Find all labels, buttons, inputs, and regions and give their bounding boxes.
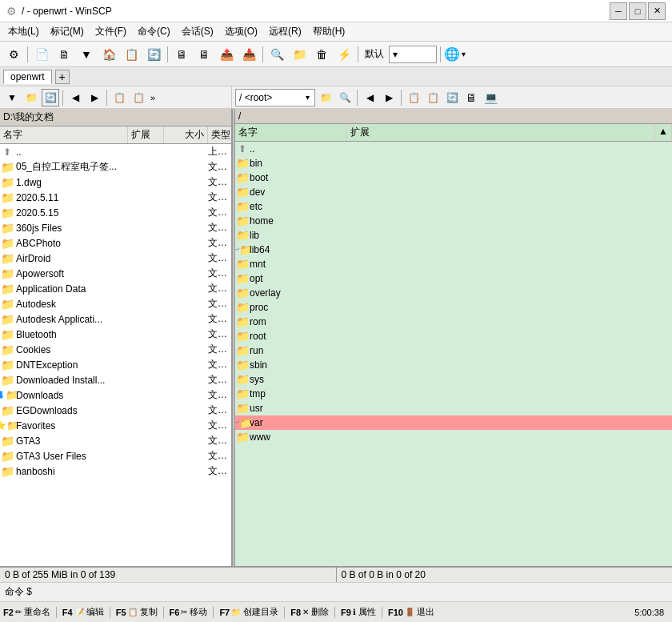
right-more-btn[interactable]: 🖥 <box>462 89 480 106</box>
right-col-sort-arrow[interactable]: ▲ <box>655 124 672 141</box>
toolbar-btn-8[interactable]: 🖥 <box>194 44 214 65</box>
toolbar-btn-3[interactable]: ▼ <box>76 44 97 65</box>
right-path-combo[interactable]: / <root> ▾ <box>235 89 315 106</box>
right-col-ext[interactable]: 扩展 <box>347 124 655 141</box>
right-file-row[interactable]: ↩📁 var <box>235 415 672 430</box>
shortcut-f2[interactable]: F2✏重命名 <box>3 606 50 618</box>
toolbar-btn-9[interactable]: 📤 <box>216 44 237 65</box>
tab-add-btn[interactable]: + <box>55 70 70 84</box>
right-file-row[interactable]: 📁 tmp <box>235 387 672 401</box>
toolbar-btn-12[interactable]: 📁 <box>289 44 310 65</box>
left-file-row[interactable]: 📁 Cookies 文件夹 <box>0 342 231 357</box>
shortcut-f10[interactable]: F10🚪退出 <box>388 606 434 618</box>
right-file-row[interactable]: 📁 boot <box>235 171 672 185</box>
left-file-row[interactable]: ⬇📁 Downloads 文件夹 <box>0 387 231 403</box>
shortcut-f9[interactable]: F9ℹ属性 <box>341 606 376 618</box>
right-file-row[interactable]: 📁 lib <box>235 228 672 243</box>
left-file-row[interactable]: 📁 AirDroid 文件夹 <box>0 251 231 266</box>
menu-help[interactable]: 帮助(H) <box>308 23 350 40</box>
left-file-row[interactable]: 📁 Bluetooth 文件夹 <box>0 327 231 342</box>
right-filter-btn[interactable]: 🔍 <box>336 89 354 106</box>
maximize-button[interactable]: □ <box>629 2 646 20</box>
right-fwd-btn[interactable]: ▶ <box>380 89 398 106</box>
right-sync-btn[interactable]: 🔄 <box>443 89 461 106</box>
toolbar-btn-7[interactable]: 🖥 <box>171 44 192 65</box>
right-file-row[interactable]: 📁 www <box>235 430 672 444</box>
right-col-name[interactable]: 名字 <box>235 124 347 141</box>
left-file-row[interactable]: 📁 Autodesk Applicati... 文件夹 <box>0 311 231 327</box>
left-file-row[interactable]: 📁 EGDownloads 文件夹 <box>0 403 231 418</box>
toolbar-btn-4[interactable]: 🏠 <box>98 44 119 65</box>
left-more-btn[interactable]: » <box>149 93 157 102</box>
right-path-arrow[interactable]: ▾ <box>304 93 311 102</box>
toolbar-btn-1[interactable]: 📄 <box>31 44 52 65</box>
left-file-row[interactable]: ⬆ .. 上级目录 <box>0 144 231 159</box>
left-file-row[interactable]: 📁 Downloaded Install... 文件夹 <box>0 372 231 387</box>
shortcut-f5[interactable]: F5📋复制 <box>116 606 158 618</box>
close-button[interactable]: ✕ <box>648 2 666 20</box>
left-fwd-btn[interactable]: ▶ <box>86 89 103 106</box>
right-file-row[interactable]: 📁 dev <box>235 185 672 199</box>
shortcut-f8[interactable]: F8✕删除 <box>290 606 329 618</box>
shortcut-f4[interactable]: F4📝编辑 <box>62 606 104 618</box>
right-folder-btn[interactable]: 📁 <box>317 89 334 106</box>
right-file-row[interactable]: 📁 run <box>235 343 672 358</box>
left-folder-btn[interactable]: 📁 <box>22 89 40 106</box>
left-file-row[interactable]: ⭐📁 Favorites 文件夹 <box>0 418 231 433</box>
toolbar-dropdown[interactable]: ▾ <box>389 46 437 63</box>
right-file-row[interactable]: 📁 opt <box>235 271 672 286</box>
left-col-size[interactable]: 大小 <box>164 126 208 143</box>
right-more2-btn[interactable]: 💻 <box>482 89 499 106</box>
right-copy-btn[interactable]: 📋 <box>405 89 422 106</box>
menu-file[interactable]: 文件(F) <box>90 23 131 40</box>
toolbar-btn-10[interactable]: 📥 <box>238 44 259 65</box>
left-file-row[interactable]: 📁 360js Files 文件夹 <box>0 220 231 235</box>
menu-mark[interactable]: 标记(M) <box>46 23 89 40</box>
left-file-row[interactable]: 📁 DNTException 文件夹 <box>0 357 231 372</box>
left-file-row[interactable]: 📁 Apowersoft 文件夹 <box>0 266 231 281</box>
right-file-row[interactable]: 📁 proc <box>235 300 672 315</box>
left-file-row[interactable]: 📁 Application Data 文件夹 <box>0 281 231 296</box>
tab-openwrt[interactable]: openwrt <box>3 70 52 84</box>
right-file-row[interactable]: 📁 sbin <box>235 358 672 372</box>
left-file-row[interactable]: 📁 ABCPhoto 文件夹 <box>0 235 231 251</box>
toolbar-btn-11[interactable]: 🔍 <box>266 44 287 65</box>
right-file-row[interactable]: 📁 etc <box>235 199 672 214</box>
left-up-btn[interactable]: 📋 <box>110 89 128 106</box>
toolbar-btn-5[interactable]: 📋 <box>121 44 142 65</box>
menu-command[interactable]: 命令(C) <box>133 23 175 40</box>
right-paste-btn[interactable]: 📋 <box>424 89 442 106</box>
right-file-row[interactable]: 📁 sys <box>235 372 672 387</box>
left-file-row[interactable]: 📁 05_自控工程室电子签... 文件夹 <box>0 159 231 175</box>
toolbar-btn-14[interactable]: ⚡ <box>334 44 354 65</box>
shortcut-f6[interactable]: F6✂移动 <box>170 606 208 618</box>
menu-local[interactable]: 本地(L) <box>3 23 44 40</box>
right-file-row[interactable]: ↩📁 lib64 <box>235 243 672 257</box>
menu-remote[interactable]: 远程(R) <box>264 23 306 40</box>
left-back-btn[interactable]: ◀ <box>66 89 84 106</box>
left-refresh-btn[interactable]: 🔄 <box>42 89 59 106</box>
toolbar-btn-13[interactable]: 🗑 <box>311 44 332 65</box>
toolbar-btn-6[interactable]: 🔄 <box>143 44 164 65</box>
right-file-row[interactable]: 📁 rom <box>235 315 672 329</box>
shortcut-f7[interactable]: F7📁创建目录 <box>219 606 278 618</box>
right-file-row[interactable]: 📁 overlay <box>235 286 672 300</box>
left-file-row[interactable]: 📁 2020.5.15 文件夹 <box>0 205 231 220</box>
command-input[interactable] <box>35 587 667 598</box>
right-file-row[interactable]: 📁 bin <box>235 156 672 171</box>
left-file-row[interactable]: 📁 hanboshi 文件夹 <box>0 463 231 479</box>
toolbar-globe-btn[interactable]: 🌐 <box>444 46 460 62</box>
right-file-row[interactable]: 📁 home <box>235 214 672 228</box>
left-down-btn[interactable]: 📋 <box>130 89 147 106</box>
left-file-row[interactable]: 📁 Autodesk 文件夹 <box>0 296 231 311</box>
menu-options[interactable]: 选项(O) <box>220 23 262 40</box>
left-file-row[interactable]: 📁 GTA3 文件夹 <box>0 433 231 448</box>
left-file-row[interactable]: 📁 1.dwg 文件夹 <box>0 175 231 190</box>
left-dropdown-btn[interactable]: ▼ <box>3 89 21 106</box>
right-file-row[interactable]: 📁 root <box>235 329 672 343</box>
toolbar-btn-2[interactable]: 🗎 <box>54 44 74 65</box>
right-file-row[interactable]: ⬆ .. <box>235 142 672 156</box>
menu-session[interactable]: 会话(S) <box>177 23 218 40</box>
toolbar-globe-arrow[interactable]: ▾ <box>462 50 466 58</box>
left-col-name[interactable]: 名字 <box>0 126 128 143</box>
